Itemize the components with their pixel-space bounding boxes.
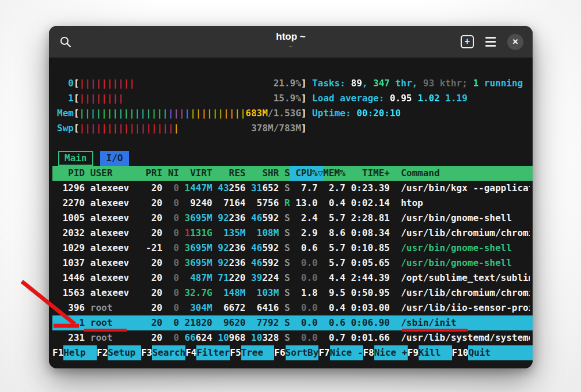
fn-action-kill[interactable]: Kill xyxy=(419,345,452,360)
col-s: S xyxy=(279,286,290,300)
col-mem: 0.6 xyxy=(323,315,345,330)
text-seg: 0:01.66 xyxy=(351,332,389,343)
fn-action-filter[interactable]: Filter xyxy=(196,345,230,360)
meter-bar-segment: | xyxy=(185,108,191,119)
screen-tabs: MainI/O xyxy=(57,151,530,166)
col-user: root xyxy=(90,300,140,315)
process-row[interactable]: 2270alexeev200924071645756R13.00.40:02.1… xyxy=(57,196,530,211)
col-user: root xyxy=(90,330,140,345)
text-seg: /1.53G xyxy=(268,108,301,119)
fn-action-sortby[interactable]: SortBy xyxy=(286,345,319,360)
meter-bar: ||||||||||21.9% xyxy=(79,76,301,91)
text-seg: 231 xyxy=(68,332,85,343)
fn-action-nice[interactable]: Nice - xyxy=(330,345,363,360)
col-sp1 xyxy=(85,315,90,330)
fn-key-f10: F10 xyxy=(452,345,469,360)
col-mem: 8.6 xyxy=(323,226,345,241)
process-row[interactable]: 1563alexeev20032.7G148M103MS1.89.50:50.9… xyxy=(57,286,530,300)
col-virt: 304M xyxy=(179,300,212,315)
text-seg: root xyxy=(90,302,113,313)
menu-button[interactable] xyxy=(485,37,496,47)
text-seg: 695M xyxy=(190,212,212,223)
col-pri: -21 xyxy=(140,241,162,256)
col-shr: 6416 xyxy=(245,300,279,315)
col-tri xyxy=(318,286,324,300)
col-res: 148M xyxy=(212,286,246,300)
summary-uptime: Uptime: 00:20:10 xyxy=(312,106,401,121)
col-virt: 3695M xyxy=(179,211,212,226)
tab-io[interactable]: I/O xyxy=(100,151,130,166)
meter-bar: ||||||||||||||||||||||||||||||683M/1.53G xyxy=(79,106,301,121)
col-virt: 3695M xyxy=(179,256,212,271)
fn-action-tree[interactable]: Tree xyxy=(241,345,275,360)
fn-action-quit[interactable]: Quit xyxy=(468,345,533,360)
col-virt: 487M xyxy=(179,271,212,286)
process-row[interactable]: 1446alexeev200487M7122039224S0.04.42:44.… xyxy=(57,271,530,286)
fn-action-nice[interactable]: Nice + xyxy=(374,345,408,360)
text-seg: 592 xyxy=(262,212,279,223)
col-time: 2:28.81 xyxy=(345,211,390,226)
col-sp1 xyxy=(85,166,90,181)
col-pid: 1563 xyxy=(57,286,85,300)
text-seg: 0 xyxy=(173,242,179,253)
col-res: 92236 xyxy=(212,241,246,256)
meter-line: Swp[||||||||||||||||||378M/783M] xyxy=(57,121,530,136)
fn-action-setup[interactable]: Setup xyxy=(108,345,141,360)
col-pri: 20 xyxy=(140,226,162,241)
fn-action-help[interactable]: Help xyxy=(63,345,97,360)
col-pid: 1296 xyxy=(57,181,85,196)
col-sp1 xyxy=(85,196,90,211)
col-cmd: htop xyxy=(401,196,530,211)
text-seg: 0 xyxy=(173,197,179,208)
window-title: htop ~ xyxy=(49,31,533,42)
text-seg: S xyxy=(284,287,290,298)
col-mem: 5.7 xyxy=(323,211,345,226)
col-cpu: 13.0 xyxy=(290,196,318,211)
col-ni: 0 xyxy=(162,181,179,196)
col-cpu: 7.7 xyxy=(290,181,318,196)
process-row[interactable]: 1296alexeev2001447M4325631652S7.72.70:23… xyxy=(57,181,530,196)
close-button[interactable]: ✕ xyxy=(507,34,523,50)
text-seg: 0.7 xyxy=(329,332,345,343)
tab-main[interactable]: Main xyxy=(58,151,93,166)
col-cmd: /opt/sublime_text/sublim xyxy=(401,271,530,286)
col-cpu: 0.0 xyxy=(290,315,318,330)
text-seg: alexeev xyxy=(90,242,129,253)
meter-block: 0[||||||||||21.9%]Tasks: 89, 347 thr, 93… xyxy=(57,76,530,136)
col-time: 0:05.65 xyxy=(345,256,390,271)
fn-action-search[interactable]: Search xyxy=(152,345,185,360)
search-button[interactable] xyxy=(58,35,73,50)
text-seg: 1.8 xyxy=(301,287,318,298)
text-seg: 92 xyxy=(218,212,229,223)
process-row[interactable]: 1005alexeev2003695M9223646592S2.45.72:28… xyxy=(57,211,530,226)
text-seg: 0:23.39 xyxy=(351,182,389,193)
text-seg: 0 xyxy=(173,287,179,298)
col-sp1 xyxy=(85,271,90,286)
process-row[interactable]: 1029alexeev-2103695M9223646592S0.65.70:1… xyxy=(57,241,530,256)
process-row[interactable]: 396root200304M66726416S0.00.40:03.00/usr… xyxy=(57,300,530,315)
col-virt: 3695M xyxy=(179,241,212,256)
col-res: 135M xyxy=(212,226,246,241)
col-virt: 9240 xyxy=(179,196,212,211)
text-seg: 46 xyxy=(251,212,262,223)
text-seg: , xyxy=(362,78,373,89)
col-time: 0:02.14 xyxy=(345,196,390,211)
text-seg: 2270 xyxy=(63,197,85,208)
col-time: TIME+ xyxy=(345,166,390,181)
new-tab-button[interactable]: + xyxy=(461,35,474,48)
process-row[interactable]: 2032alexeev2001131G135M108MS2.98.60:08.3… xyxy=(57,226,530,241)
text-seg: 20 xyxy=(151,182,162,193)
fn-key-f3: F3 xyxy=(141,345,152,360)
col-user: alexeev xyxy=(90,226,140,241)
process-row[interactable]: 1037alexeev2003695M9223646592S0.05.70:05… xyxy=(57,256,530,271)
text-seg: 7792 xyxy=(257,317,279,328)
text-seg: S xyxy=(284,257,290,268)
text-seg: 0 xyxy=(173,272,179,283)
col-cmd: /usr/lib/chromium/chromi xyxy=(401,226,530,241)
bracket-close: ] xyxy=(301,76,307,91)
process-row[interactable]: 231root200666241096810328S0.00.70:01.66/… xyxy=(57,330,530,345)
process-row[interactable]: 1root2002182096207792S0.00.60:06.90/sbin… xyxy=(52,315,533,330)
meter-0: 0[||||||||||21.9%] xyxy=(57,76,306,91)
col-sp2 xyxy=(390,271,401,286)
bracket-close: ] xyxy=(301,121,307,136)
